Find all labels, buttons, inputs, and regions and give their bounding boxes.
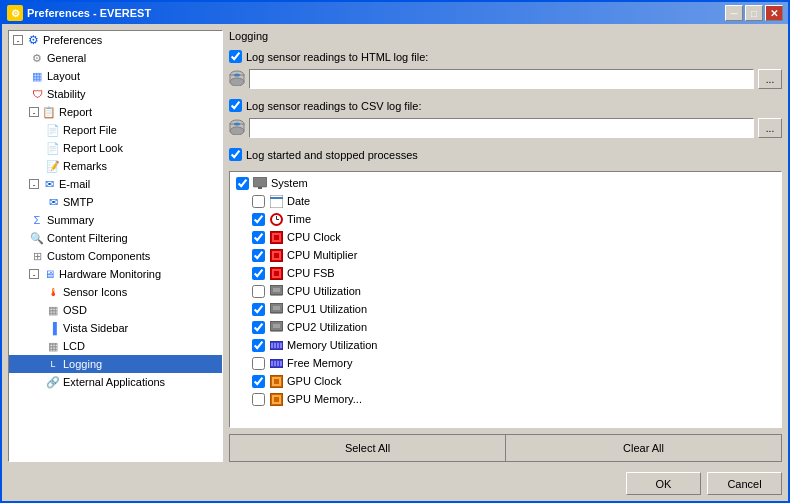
maximize-button[interactable]: □ bbox=[745, 5, 763, 21]
expand-preferences[interactable]: - bbox=[13, 35, 23, 45]
svg-rect-30 bbox=[273, 324, 280, 328]
csv-log-path[interactable]: c:\csv_log bbox=[249, 118, 754, 138]
close-button[interactable]: ✕ bbox=[765, 5, 783, 21]
sidebar-item-osd[interactable]: ▦ OSD bbox=[9, 301, 222, 319]
sidebar-item-preferences[interactable]: - ⚙ Preferences bbox=[9, 31, 222, 49]
list-item-free-mem-check[interactable] bbox=[252, 357, 265, 370]
sidebar-label-layout: Layout bbox=[47, 70, 80, 82]
sidebar-label-osd: OSD bbox=[63, 304, 87, 316]
csv-log-path-row: c:\csv_log ... bbox=[229, 118, 782, 138]
cpu-util-icon bbox=[268, 283, 284, 299]
svg-rect-8 bbox=[253, 177, 267, 187]
sidebar-label-report-file: Report File bbox=[63, 124, 117, 136]
sidebar-item-summary[interactable]: Σ Summary bbox=[9, 211, 222, 229]
sidebar-item-report[interactable]: - 📋 Report bbox=[9, 103, 222, 121]
sidebar-item-smtp[interactable]: ✉ SMTP bbox=[9, 193, 222, 211]
left-panel: - ⚙ Preferences ⚙ General ▦ Layout 🛡 Sta… bbox=[8, 30, 223, 462]
sidebar-item-remarks[interactable]: 📝 Remarks bbox=[9, 157, 222, 175]
csv-log-checkbox-row: Log sensor readings to CSV log file: bbox=[229, 99, 782, 112]
svg-rect-35 bbox=[280, 343, 282, 348]
clear-all-button[interactable]: Clear All bbox=[506, 435, 781, 461]
report-file-icon: 📄 bbox=[45, 122, 61, 138]
list-item-cpu-clock: CPU Clock bbox=[232, 228, 779, 246]
svg-rect-24 bbox=[274, 271, 279, 276]
ok-button[interactable]: OK bbox=[626, 472, 701, 495]
content-filtering-icon: 🔍 bbox=[29, 230, 45, 246]
sidebar-item-custom-components[interactable]: ⊞ Custom Components bbox=[9, 247, 222, 265]
svg-rect-26 bbox=[273, 288, 280, 292]
email-icon: ✉ bbox=[41, 176, 57, 192]
process-log-checkbox[interactable] bbox=[229, 148, 242, 161]
sidebar-item-stability[interactable]: 🛡 Stability bbox=[9, 85, 222, 103]
osd-icon: ▦ bbox=[45, 302, 61, 318]
html-log-browse[interactable]: ... bbox=[758, 69, 782, 89]
sidebar-item-hardware-monitoring[interactable]: - 🖥 Hardware Monitoring bbox=[9, 265, 222, 283]
sidebar-item-logging[interactable]: L Logging bbox=[9, 355, 222, 373]
list-item-cpu2-util: CPU2 Utilization bbox=[232, 318, 779, 336]
sidebar-item-layout[interactable]: ▦ Layout bbox=[9, 67, 222, 85]
logging-section: Logging Log sensor readings to HTML log … bbox=[229, 30, 782, 462]
minimize-button[interactable]: ─ bbox=[725, 5, 743, 21]
list-item-gpu-clock-check[interactable] bbox=[252, 375, 265, 388]
sidebar-label-general: General bbox=[47, 52, 86, 64]
sidebar-item-vista-sidebar[interactable]: ▐ Vista Sidebar bbox=[9, 319, 222, 337]
disk-icon-html bbox=[229, 70, 245, 88]
sidebar-item-general[interactable]: ⚙ General bbox=[9, 49, 222, 67]
html-log-checkbox-row: Log sensor readings to HTML log file: bbox=[229, 50, 782, 63]
csv-log-browse[interactable]: ... bbox=[758, 118, 782, 138]
preferences-icon: ⚙ bbox=[25, 32, 41, 48]
html-log-path[interactable]: c:\html_log bbox=[249, 69, 754, 89]
list-item-cpu-clock-check[interactable] bbox=[252, 231, 265, 244]
list-item-cpu1-util-check[interactable] bbox=[252, 303, 265, 316]
system-icon bbox=[252, 175, 268, 191]
list-item-cpu2-util-check[interactable] bbox=[252, 321, 265, 334]
sidebar-label-sensor-icons: Sensor Icons bbox=[63, 286, 127, 298]
title-bar-left: ⚙ Preferences - EVEREST bbox=[7, 5, 151, 21]
report-icon: 📋 bbox=[41, 104, 57, 120]
sidebar-label-report-look: Report Look bbox=[63, 142, 123, 154]
items-list-scroll[interactable]: System Date bbox=[230, 172, 781, 427]
sidebar-item-content-filtering[interactable]: 🔍 Content Filtering bbox=[9, 229, 222, 247]
svg-point-6 bbox=[230, 127, 244, 135]
app-icon: ⚙ bbox=[7, 5, 23, 21]
sidebar-label-smtp: SMTP bbox=[63, 196, 94, 208]
sidebar-label-external-apps: External Applications bbox=[63, 376, 165, 388]
html-log-checkbox[interactable] bbox=[229, 50, 242, 63]
list-item-time-check[interactable] bbox=[252, 213, 265, 226]
list-item-cpu-mult-check[interactable] bbox=[252, 249, 265, 262]
list-item-gpu-mem: GPU Memory... bbox=[232, 390, 779, 408]
report-look-icon: 📄 bbox=[45, 140, 61, 156]
sidebar-item-report-look[interactable]: 📄 Report Look bbox=[9, 139, 222, 157]
list-item-gpu-mem-label: GPU Memory... bbox=[287, 393, 362, 405]
list-item-system: System bbox=[232, 174, 779, 192]
list-item-date: Date bbox=[232, 192, 779, 210]
list-item-gpu-mem-check[interactable] bbox=[252, 393, 265, 406]
csv-log-label: Log sensor readings to CSV log file: bbox=[246, 100, 422, 112]
sidebar-label-preferences: Preferences bbox=[43, 34, 102, 46]
cpu2-util-icon bbox=[268, 319, 284, 335]
list-item-cpu-fsb-check[interactable] bbox=[252, 267, 265, 280]
svg-rect-28 bbox=[273, 306, 280, 310]
list-item-cpu-fsb: CPU FSB bbox=[232, 264, 779, 282]
select-all-button[interactable]: Select All bbox=[230, 435, 506, 461]
sidebar-item-report-file[interactable]: 📄 Report File bbox=[9, 121, 222, 139]
sidebar-label-vista-sidebar: Vista Sidebar bbox=[63, 322, 128, 334]
expand-hardware[interactable]: - bbox=[29, 269, 39, 279]
svg-rect-37 bbox=[271, 361, 273, 366]
sidebar-item-external-apps[interactable]: 🔗 External Applications bbox=[9, 373, 222, 391]
cancel-button[interactable]: Cancel bbox=[707, 472, 782, 495]
expand-email[interactable]: - bbox=[29, 179, 39, 189]
list-item-date-check[interactable] bbox=[252, 195, 265, 208]
layout-icon: ▦ bbox=[29, 68, 45, 84]
sidebar-item-lcd[interactable]: ▦ LCD bbox=[9, 337, 222, 355]
sidebar-item-sensor-icons[interactable]: 🌡 Sensor Icons bbox=[9, 283, 222, 301]
list-item-system-check[interactable] bbox=[236, 177, 249, 190]
svg-point-2 bbox=[230, 78, 244, 86]
list-item-cpu-util-check[interactable] bbox=[252, 285, 265, 298]
expand-report[interactable]: - bbox=[29, 107, 39, 117]
csv-log-checkbox[interactable] bbox=[229, 99, 242, 112]
sidebar-label-stability: Stability bbox=[47, 88, 86, 100]
sidebar-item-email[interactable]: - ✉ E-mail bbox=[9, 175, 222, 193]
list-item-cpu1-util-label: CPU1 Utilization bbox=[287, 303, 367, 315]
list-item-mem-util-check[interactable] bbox=[252, 339, 265, 352]
